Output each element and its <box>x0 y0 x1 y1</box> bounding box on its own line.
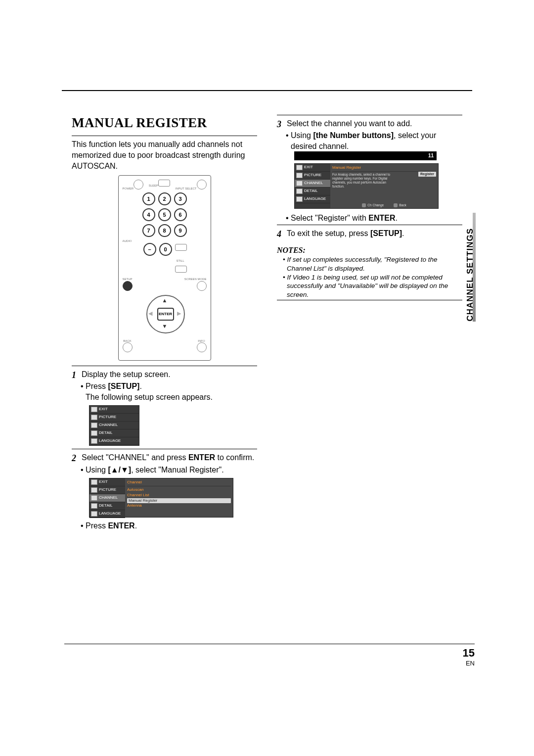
remote-still-button <box>175 266 187 273</box>
section-tab-label: CHANNEL SETTINGS <box>465 228 475 322</box>
top-rule <box>62 90 472 91</box>
step-4-text: To exit the setup, press [SETUP]. <box>287 228 404 240</box>
picture-icon <box>91 415 97 420</box>
step-2-text: Select "CHANNEL" and press ENTER to conf… <box>82 452 254 464</box>
osd2-opt-manual-register: Manual Register <box>127 498 231 504</box>
remote-input-select-button <box>197 180 207 189</box>
right-column: 3 Select the channel you want to add. Us… <box>277 114 462 531</box>
step1-rule <box>72 366 257 366</box>
remote-num-0: 0 <box>159 243 172 256</box>
detail-icon <box>296 189 303 194</box>
step-3-text: Select the channel you want to add. <box>287 118 412 130</box>
back-icon <box>394 203 398 207</box>
step-3-bullet-2: Select "Register" with ENTER. <box>286 213 462 224</box>
remote-num-8: 8 <box>158 224 171 237</box>
osd3-foot-change: Ch Change <box>367 203 384 207</box>
osd-manual-register: EXIT PICTURE CHANNEL DETAIL LANGUAGE Man… <box>294 163 439 209</box>
note-1: If set up completes successfully, "Regis… <box>283 255 462 273</box>
osd3-channel-badge: 11 <box>294 151 437 160</box>
remote-illustration: POWER SLEEP INPUT SELECT 1 2 3 4 5 6 7 8… <box>118 175 211 361</box>
step2-rule <box>72 449 257 449</box>
channel-icon <box>296 181 303 186</box>
osd-mi-language: LANGUAGE <box>99 439 121 443</box>
remote-number-grid: 1 2 3 4 5 6 7 8 9 <box>123 192 207 237</box>
step4-rule <box>277 225 462 225</box>
exit-icon <box>91 407 97 412</box>
remote-nav-pad: ▲ ▼ ◀ ▶ ENTER <box>137 294 192 338</box>
osd2-header: Channel <box>127 480 231 486</box>
manual-page: CHANNEL SETTINGS MANUAL REGISTER This fu… <box>0 0 534 756</box>
step-1-number: 1 <box>72 369 79 381</box>
osd3-foot-back: Back <box>399 203 406 207</box>
remote-label-still: STILL <box>176 259 184 262</box>
channel-icon <box>91 495 97 501</box>
language-icon <box>296 196 303 202</box>
step-3-number: 3 <box>277 118 284 130</box>
arrow-up-icon: ▲ <box>162 297 168 304</box>
remote-back-button <box>123 342 133 352</box>
remote-enter-button: ENTER <box>157 308 174 321</box>
exit-icon <box>91 479 97 485</box>
remote-audio-button <box>175 244 187 251</box>
step-1-text: Display the setup screen. <box>82 369 171 381</box>
arrow-left-icon: ◀ <box>148 310 152 317</box>
osd-mi-detail: DETAIL <box>99 431 112 435</box>
remote-num-3: 3 <box>174 192 187 205</box>
remote-num-1: 1 <box>142 192 155 205</box>
picture-icon <box>296 173 303 178</box>
remote-info-button <box>197 342 207 352</box>
osd2-opt-antenna: Antenna <box>127 503 231 509</box>
arrow-right-icon: ▶ <box>177 310 181 317</box>
channel-icon <box>91 423 97 428</box>
step-4-number: 4 <box>277 228 284 240</box>
osd2-opt-channel-list: Channel List <box>127 493 231 498</box>
page-title: MANUAL REGISTER <box>72 114 257 132</box>
osd3-hint: For Analog channels, select a channel to… <box>332 173 397 189</box>
title-rule <box>72 136 257 136</box>
osd-channel-submenu: EXIT PICTURE CHANNEL DETAIL LANGUAGE Cha… <box>89 478 233 518</box>
remote-label-setup: SETUP <box>123 277 133 281</box>
remote-label-screen-mode: SCREEN MODE <box>184 277 207 281</box>
step-2-number: 2 <box>72 452 79 464</box>
arrow-down-icon: ▼ <box>162 323 168 330</box>
detail-icon <box>91 503 97 509</box>
step-4: 4 To exit the setup, press [SETUP]. <box>277 228 462 240</box>
osd3-register-button: Register <box>418 172 436 177</box>
osd-mi-channel: CHANNEL <box>99 423 118 427</box>
notes-heading: NOTES: <box>277 245 462 256</box>
footer-rule <box>64 644 475 644</box>
remote-setup-button <box>123 281 133 291</box>
step3-rule <box>277 115 462 115</box>
remote-num-9: 9 <box>174 224 187 237</box>
osd-mi-exit: EXIT <box>99 407 108 412</box>
step-3-bullet-1: Using [the Number buttons], select your … <box>286 130 462 151</box>
osd-mi-picture: PICTURE <box>99 415 116 420</box>
step-1: 1 Display the setup screen. <box>72 369 257 381</box>
remote-num-5: 5 <box>158 208 171 221</box>
left-column: MANUAL REGISTER This function lets you m… <box>72 114 257 531</box>
section-tab: CHANNEL SETTINGS <box>465 213 476 322</box>
note-2: If Video 1 is being used, set up will no… <box>283 273 462 299</box>
page-lang: EN <box>463 660 475 667</box>
step-1-bullet-1: Press [SETUP]. <box>81 381 257 392</box>
language-icon <box>91 511 97 517</box>
remote-num-6: 6 <box>174 208 187 221</box>
exit-icon <box>296 165 303 170</box>
osd2-opt-autoscan: Autoscan <box>127 487 231 493</box>
intro-text: This function lets you manually add chan… <box>72 139 257 171</box>
remote-icon <box>362 203 366 207</box>
step-1-sub: The following setup screen appears. <box>86 392 257 403</box>
detail-icon <box>91 430 97 436</box>
remote-num-dash: – <box>143 243 156 256</box>
picture-icon <box>91 487 97 493</box>
remote-num-4: 4 <box>142 208 155 221</box>
remote-label-input-select: INPUT SELECT <box>176 187 197 190</box>
remote-num-7: 7 <box>142 224 155 237</box>
remote-num-2: 2 <box>158 192 171 205</box>
remote-label-sleep: SLEEP <box>149 184 158 187</box>
remote-screen-mode-button <box>197 281 207 291</box>
content-columns: MANUAL REGISTER This function lets you m… <box>72 114 462 531</box>
language-icon <box>91 438 97 444</box>
remote-power-button <box>134 180 143 189</box>
osd3-header: Manual Register <box>332 165 436 172</box>
